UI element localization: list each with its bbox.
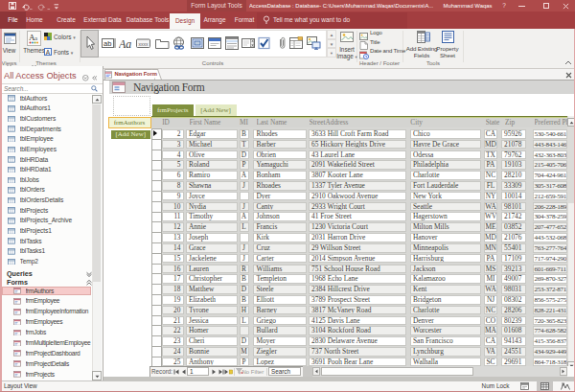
svg-text:xxxx: xxxx	[139, 41, 150, 47]
svg-text:ab: ab	[104, 39, 111, 48]
svg-text:a: a	[34, 35, 38, 42]
svg-text:Aa: Aa	[119, 37, 131, 51]
svg-text:A: A	[46, 49, 51, 56]
